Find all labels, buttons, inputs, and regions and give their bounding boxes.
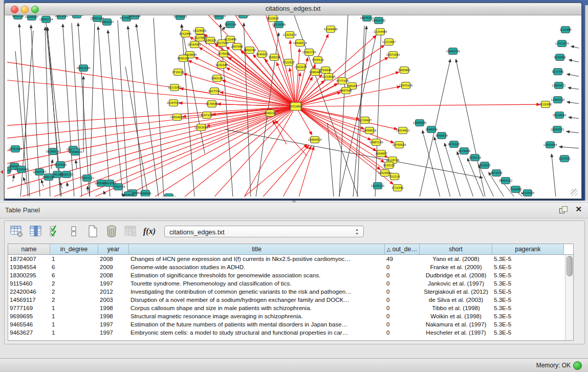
table-cell[interactable]: 14569117 bbox=[8, 296, 50, 304]
table-cell[interactable]: 0 bbox=[385, 288, 420, 296]
table-cell[interactable]: 0 bbox=[385, 320, 420, 329]
table-cell[interactable]: Changes of HCN gene expression and I(f) … bbox=[129, 255, 385, 263]
table-cell[interactable]: 5.3E-5 bbox=[492, 320, 564, 329]
window-resize-grip[interactable] bbox=[571, 189, 578, 196]
network-node[interactable]: 16648784 bbox=[446, 48, 461, 55]
network-edge[interactable] bbox=[51, 160, 53, 169]
network-node[interactable]: 15720407 bbox=[358, 117, 372, 124]
network-node[interactable]: 8912954 bbox=[179, 31, 191, 37]
network-node[interactable]: 12254409 bbox=[374, 29, 387, 35]
network-node[interactable]: 1112406 bbox=[559, 27, 572, 33]
table-cell[interactable]: 1 bbox=[50, 304, 98, 312]
network-node[interactable]: 12975185 bbox=[399, 82, 413, 89]
network-node[interactable]: 17016504 bbox=[543, 142, 558, 148]
table-cell[interactable]: 2003 bbox=[98, 296, 129, 304]
table-cell[interactable]: 22420046 bbox=[8, 288, 50, 296]
network-node[interactable]: 9699695 bbox=[139, 190, 151, 197]
network-node[interactable]: 18724007 bbox=[289, 102, 303, 111]
network-edge[interactable] bbox=[182, 25, 194, 196]
table-cell[interactable]: Corpus callosum shape and size in male p… bbox=[129, 304, 385, 312]
network-node[interactable]: 18130462 bbox=[236, 15, 250, 18]
table-cell[interactable]: Estimation of significance thresholds fo… bbox=[129, 271, 385, 279]
select-all-button[interactable] bbox=[48, 224, 62, 238]
table-cell[interactable]: Franke et al. (2009) bbox=[420, 263, 492, 271]
table-cell[interactable]: Jankovic et al. (1997) bbox=[420, 279, 492, 288]
table-cell[interactable]: 9463627 bbox=[8, 329, 50, 337]
table-cell[interactable]: 1 bbox=[50, 320, 98, 329]
network-node[interactable]: 8958924 bbox=[435, 133, 448, 139]
network-node[interactable]: 16107554 bbox=[167, 100, 181, 106]
table-cell[interactable]: 0 bbox=[385, 304, 420, 312]
network-node[interactable]: 9463627 bbox=[122, 192, 135, 197]
table-cell[interactable]: 2008 bbox=[98, 255, 129, 263]
network-edge[interactable] bbox=[478, 165, 494, 196]
network-node[interactable]: 9245052 bbox=[510, 186, 522, 193]
network-node[interactable]: 5905135 bbox=[42, 174, 55, 181]
citation-network-graph[interactable]: 1872400789129541422608391275081654396281… bbox=[7, 15, 579, 196]
network-node[interactable]: 9361518 bbox=[12, 15, 24, 19]
network-edge[interactable] bbox=[353, 26, 366, 196]
float-panel-icon[interactable] bbox=[559, 206, 568, 213]
table-scrollbar[interactable] bbox=[565, 255, 573, 340]
network-node[interactable]: 9777169 bbox=[336, 78, 349, 84]
network-node[interactable]: 1615132 bbox=[383, 162, 395, 169]
network-edge[interactable] bbox=[552, 154, 556, 196]
table-cell[interactable]: Tibbo et al. (1998) bbox=[420, 304, 492, 312]
network-node[interactable]: 9329966 bbox=[554, 54, 566, 61]
table-cell[interactable]: Nakamura et al. (1997) bbox=[420, 320, 492, 329]
network-node[interactable]: 9474444 bbox=[458, 148, 470, 155]
network-edge[interactable] bbox=[118, 20, 128, 196]
table-cell[interactable]: 18724007 bbox=[8, 255, 50, 263]
table-row[interactable]: 946362711997Embryonic stem cells: a mode… bbox=[8, 329, 565, 337]
table-cell[interactable]: 19384554 bbox=[8, 263, 50, 271]
network-edge[interactable] bbox=[13, 175, 14, 182]
network-node[interactable]: 19699695 bbox=[413, 120, 427, 126]
network-edge[interactable] bbox=[90, 23, 95, 196]
network-node[interactable]: 6794043 bbox=[319, 67, 332, 74]
network-node[interactable]: 16543962 bbox=[188, 41, 202, 48]
network-node[interactable]: 7857234 bbox=[224, 21, 236, 28]
network-node[interactable]: 7955812 bbox=[312, 57, 324, 63]
network-edge[interactable] bbox=[7, 77, 296, 106]
network-node[interactable]: 17957223 bbox=[80, 175, 94, 182]
column-header-out_de[interactable]: △out_de… bbox=[385, 244, 420, 254]
row-height-button[interactable] bbox=[67, 224, 81, 238]
table-row[interactable]: 1872400712008Changes of HCN gene express… bbox=[8, 255, 565, 263]
network-node[interactable]: 8471676 bbox=[490, 170, 503, 177]
network-node[interactable]: 2935114 bbox=[469, 155, 481, 161]
network-node[interactable]: 1640934 bbox=[425, 126, 438, 133]
table-cell[interactable]: 5.3E-5 bbox=[492, 255, 564, 263]
network-node[interactable]: 20701428 bbox=[9, 146, 23, 152]
network-node[interactable]: 12218506 bbox=[272, 21, 286, 28]
show-columns-button[interactable] bbox=[29, 224, 43, 238]
network-node[interactable]: 3684067 bbox=[375, 150, 387, 157]
network-edge[interactable] bbox=[569, 117, 579, 119]
network-node[interactable]: 10756928 bbox=[393, 142, 407, 148]
network-node[interactable]: 6466160 bbox=[128, 15, 141, 19]
table-cell[interactable]: 1997 bbox=[98, 320, 129, 329]
network-node[interactable]: 2867608 bbox=[231, 43, 243, 50]
network-edge[interactable] bbox=[275, 120, 307, 156]
network-edge[interactable] bbox=[128, 26, 143, 196]
network-node[interactable]: 7632621 bbox=[478, 162, 491, 169]
network-edge[interactable] bbox=[256, 145, 309, 196]
network-edge[interactable] bbox=[422, 130, 440, 196]
table-cell[interactable]: 1997 bbox=[98, 329, 129, 337]
network-edge[interactable] bbox=[76, 160, 77, 169]
network-node[interactable]: 1588520 bbox=[268, 54, 280, 61]
table-cell[interactable]: Dudbridge et al. (2008) bbox=[420, 271, 492, 279]
network-edge[interactable] bbox=[559, 147, 579, 148]
network-edge[interactable] bbox=[567, 74, 579, 77]
network-node[interactable]: 2300213 bbox=[264, 110, 276, 117]
network-node[interactable]: 9267150 bbox=[201, 112, 213, 119]
network-node[interactable]: 9170045 bbox=[206, 101, 218, 107]
table-cell[interactable]: 0 bbox=[385, 263, 420, 271]
network-edge[interactable] bbox=[67, 183, 68, 187]
network-node[interactable]: 13751074 bbox=[555, 40, 570, 47]
network-edge[interactable] bbox=[296, 104, 540, 106]
network-node[interactable]: 15692971 bbox=[551, 126, 564, 133]
table-cell[interactable]: 5.6E-5 bbox=[492, 263, 564, 271]
table-cell[interactable]: 2 bbox=[50, 296, 98, 304]
network-node[interactable]: 16961758 bbox=[302, 49, 317, 56]
table-cell[interactable]: Yano et al. (2008) bbox=[420, 255, 492, 263]
